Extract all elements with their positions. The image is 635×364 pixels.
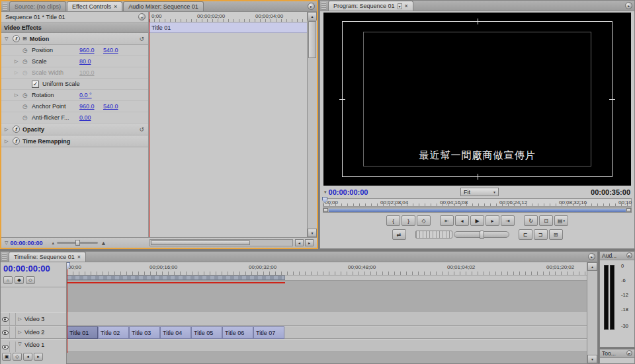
timeline-vertical-scrollbar[interactable]: ▴ ▾ [587, 262, 597, 363]
tools-tab[interactable]: Too... ▸ [600, 349, 634, 358]
close-icon[interactable]: × [114, 4, 117, 10]
toggle-track-output-button[interactable] [1, 313, 10, 325]
scroll-up-button[interactable]: ▴ [587, 262, 597, 271]
toggle-animation-icon[interactable]: ◷ [22, 114, 32, 121]
scroll-down-button[interactable]: ▾ [308, 229, 317, 237]
next-keyframe-button[interactable]: ▸ [34, 353, 43, 361]
tab-timeline[interactable]: Timeline: Sequence 01 × [9, 252, 86, 262]
expand-icon[interactable]: ▷ [15, 59, 22, 64]
step-forward-button[interactable]: ▸ [486, 215, 499, 226]
track-lane-video2[interactable]: Title 01 Title 02 Title 03 Title 04 Titl… [67, 326, 587, 339]
scroll-right-button[interactable]: ▸ [305, 239, 314, 246]
tab-source-monitor[interactable]: Source: (no clips) [9, 1, 66, 11]
effect-controls-vertical-scrollbar[interactable]: ▴ ▾ [307, 12, 317, 237]
step-back-button[interactable]: ◂ [455, 215, 469, 226]
expand-icon[interactable]: ▷ [5, 127, 13, 132]
mini-timeline-horizontal-scrollbar[interactable] [149, 239, 293, 246]
jog-control[interactable] [415, 231, 452, 238]
toggle-track-output-button[interactable] [1, 326, 10, 338]
loop-button[interactable]: ↻ [524, 215, 538, 226]
lift-button[interactable]: ⊏ [519, 229, 532, 240]
shuttle-control[interactable] [454, 231, 509, 238]
close-icon[interactable]: × [405, 3, 408, 9]
track-lane-video1[interactable] [67, 339, 587, 352]
collapse-track-icon[interactable]: ▽ [16, 342, 24, 347]
extract-button[interactable]: ⊐ [534, 229, 548, 240]
set-in-button[interactable]: { [386, 215, 400, 226]
play-button[interactable]: ▶ [470, 215, 484, 226]
motion-effect-row[interactable]: ▽ f ⊞ Motion ↺ [1, 33, 148, 45]
panel-drag-handle[interactable] [3, 3, 7, 11]
expand-icon[interactable]: ▷ [15, 92, 22, 98]
track-lock-toggle[interactable] [10, 313, 16, 325]
viewing-area-right-handle[interactable] [626, 208, 631, 212]
rotation-value[interactable]: 0.0 ° [79, 92, 98, 98]
toggle-animation-icon[interactable]: ◷ [22, 92, 32, 98]
viewing-area-left-handle[interactable] [323, 208, 328, 212]
uniform-scale-checkbox[interactable]: ✓ [32, 81, 39, 88]
effect-controls-timecode[interactable]: 00:00:00:00 [10, 240, 42, 246]
effect-enabled-icon[interactable]: f [13, 35, 20, 42]
prev-keyframe-button[interactable]: ◂ [23, 353, 32, 361]
go-to-in-button[interactable]: ⇤ [440, 215, 454, 226]
set-chapter-marker-button[interactable]: ◆ [15, 276, 24, 284]
timeline-clip[interactable]: Title 04 [160, 326, 191, 339]
position-y-value[interactable]: 540.0 [103, 47, 122, 54]
work-area-bar[interactable] [67, 275, 587, 281]
timeline-clip[interactable]: Title 06 [222, 326, 253, 339]
panel-menu-icon[interactable]: ▸ [308, 3, 315, 10]
viewing-area-fill[interactable] [329, 209, 626, 212]
program-video-monitor[interactable]: 最近幫一間廠商做宣傳片 [323, 13, 631, 186]
timecode-disclosure-icon[interactable]: ▾ [324, 190, 327, 195]
track-lock-toggle[interactable] [10, 326, 16, 338]
panel-drag-handle[interactable] [321, 2, 326, 10]
effect-enabled-icon[interactable]: f [13, 126, 20, 133]
timeline-ruler[interactable]: 00;00 00;00;16;00 00;00;32;00 00;00;48;0… [67, 262, 587, 275]
zoom-out-icon[interactable]: ▴ [52, 240, 54, 246]
tab-effect-controls[interactable]: Effect Controls × [67, 1, 122, 11]
timeline-clip[interactable]: Title 01 [67, 326, 98, 339]
work-area-segment[interactable] [67, 275, 285, 280]
time-remapping-effect-row[interactable]: ▷ f Time Remapping [1, 135, 148, 147]
track-name[interactable]: Video 3 [24, 316, 44, 322]
toggle-animation-icon[interactable]: ◷ [22, 58, 32, 65]
track-name[interactable]: Video 1 [24, 342, 44, 348]
set-out-button[interactable]: } [402, 215, 415, 226]
set-display-style-button[interactable]: ▣ [2, 353, 11, 361]
expand-track-icon[interactable]: ▷ [16, 316, 24, 322]
shuttle-thumb[interactable] [480, 231, 484, 239]
scroll-down-button[interactable]: ▾ [587, 355, 597, 363]
opacity-effect-row[interactable]: ▷ f Opacity ↺ [1, 124, 148, 135]
track-lock-toggle[interactable] [10, 342, 16, 352]
show-hide-timeline-view-button[interactable]: » [138, 13, 146, 20]
program-viewing-area-bar[interactable] [323, 207, 632, 213]
toggle-track-output-button[interactable] [1, 342, 10, 352]
trim-button[interactable]: ⊞ [549, 229, 563, 240]
position-x-value[interactable]: 960.0 [79, 47, 98, 54]
output-button[interactable]: ▤ ▾ [554, 215, 568, 226]
track-lane-video3[interactable] [67, 312, 587, 326]
zoom-slider[interactable] [57, 242, 98, 244]
play-in-to-out-button[interactable]: ⇄ [392, 229, 406, 240]
zoom-level-dropdown[interactable]: Fit ▾ [460, 188, 499, 196]
safe-margins-button[interactable]: ⊡ [539, 215, 553, 226]
timeline-clip[interactable]: Title 03 [129, 326, 160, 339]
tab-audio-mixer[interactable]: Audio Mixer: Sequence 01 [123, 1, 204, 11]
panel-menu-icon[interactable]: ▸ [625, 2, 632, 9]
zoom-slider-thumb[interactable] [75, 240, 80, 246]
scale-value[interactable]: 80.0 [79, 58, 98, 65]
timeline-current-timecode[interactable]: 00:00:00:00 [3, 264, 50, 273]
zoom-in-icon[interactable]: ▲ [101, 240, 106, 246]
sequence-dropdown-icon[interactable]: ▾ [398, 3, 402, 9]
timecode-disclosure-icon[interactable]: ▽ [5, 240, 8, 246]
panel-menu-icon[interactable]: ▸ [588, 253, 595, 260]
effect-enabled-icon[interactable]: f [13, 137, 20, 145]
mini-timeline-ruler[interactable]: 0;00 00;00;02;00 00;00;04;00 [149, 12, 307, 22]
collapse-icon[interactable]: ▽ [5, 36, 13, 42]
reset-icon[interactable]: ↺ [139, 126, 144, 133]
go-to-out-button[interactable]: ⇥ [501, 215, 515, 226]
snap-button[interactable]: ∩ [3, 276, 13, 284]
anchor-x-value[interactable]: 960.0 [79, 103, 98, 110]
tab-program-monitor[interactable]: Program: Sequence 01 ▾ × [328, 1, 413, 11]
scroll-left-button[interactable]: ◂ [295, 239, 304, 246]
